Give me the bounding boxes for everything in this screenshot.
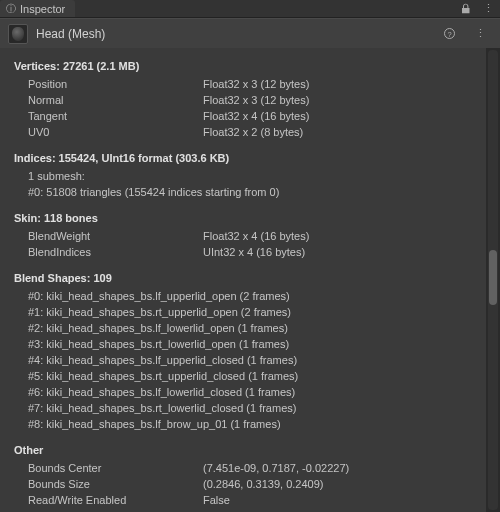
indices-line: #0: 51808 triangles (155424 indices star… <box>14 184 476 200</box>
skin-row: BlendWeightFloat32 x 4 (16 bytes) <box>14 228 476 244</box>
vertex-row: PositionFloat32 x 3 (12 bytes) <box>14 76 476 92</box>
blendshape-line: #8: kiki_head_shapes_bs.lf_brow_up_01 (1… <box>14 416 476 432</box>
scrollbar-thumb[interactable] <box>489 250 497 305</box>
blendshape-line: #4: kiki_head_shapes_bs.lf_upperlid_clos… <box>14 352 476 368</box>
blendshape-line: #7: kiki_head_shapes_bs.rt_lowerlid_clos… <box>14 400 476 416</box>
blendshape-line: #1: kiki_head_shapes_bs.rt_upperlid_open… <box>14 304 476 320</box>
inspector-content: Vertices: 27261 (2.1 MB) PositionFloat32… <box>0 48 486 512</box>
vertex-row: UV0Float32 x 2 (8 bytes) <box>14 124 476 140</box>
other-row: Bounds Size(0.2846, 0.3139, 0.2409) <box>14 476 476 492</box>
other-row: Bounds Center(7.451e-09, 0.7187, -0.0222… <box>14 460 476 476</box>
other-row: Read/Write EnabledFalse <box>14 492 476 508</box>
blendshapes-heading: Blend Shapes: 109 <box>14 272 476 284</box>
blendshape-line: #2: kiki_head_shapes_bs.lf_lowerlid_open… <box>14 320 476 336</box>
vertex-row: NormalFloat32 x 3 (12 bytes) <box>14 92 476 108</box>
vertex-row: TangentFloat32 x 4 (16 bytes) <box>14 108 476 124</box>
help-icon[interactable]: ? <box>438 28 461 39</box>
blendshape-line: #6: kiki_head_shapes_bs.lf_lowerlid_clos… <box>14 384 476 400</box>
skin-row: BlendIndicesUInt32 x 4 (16 bytes) <box>14 244 476 260</box>
mesh-thumbnail <box>8 24 28 44</box>
inspector-tab[interactable]: ⓘ Inspector <box>0 0 75 17</box>
info-icon: ⓘ <box>6 2 16 16</box>
indices-heading: Indices: 155424, UInt16 format (303.6 KB… <box>14 152 476 164</box>
indices-line: 1 submesh: <box>14 168 476 184</box>
tab-menu-icon[interactable]: ⋮ <box>477 2 500 15</box>
object-header: Head (Mesh) ? ⋮ <box>0 18 500 48</box>
blendshape-line: #3: kiki_head_shapes_bs.rt_lowerlid_open… <box>14 336 476 352</box>
vertices-heading: Vertices: 27261 (2.1 MB) <box>14 60 476 72</box>
scrollbar[interactable] <box>488 50 498 510</box>
other-heading: Other <box>14 444 476 456</box>
options-menu-icon[interactable]: ⋮ <box>469 27 492 40</box>
svg-text:?: ? <box>447 30 451 39</box>
blendshape-line: #0: kiki_head_shapes_bs.lf_upperlid_open… <box>14 288 476 304</box>
tab-title: Inspector <box>20 3 65 15</box>
lock-icon[interactable] <box>455 3 477 14</box>
tab-bar: ⓘ Inspector ⋮ <box>0 0 500 18</box>
object-name: Head (Mesh) <box>36 27 105 41</box>
skin-heading: Skin: 118 bones <box>14 212 476 224</box>
blendshape-line: #5: kiki_head_shapes_bs.rt_upperlid_clos… <box>14 368 476 384</box>
